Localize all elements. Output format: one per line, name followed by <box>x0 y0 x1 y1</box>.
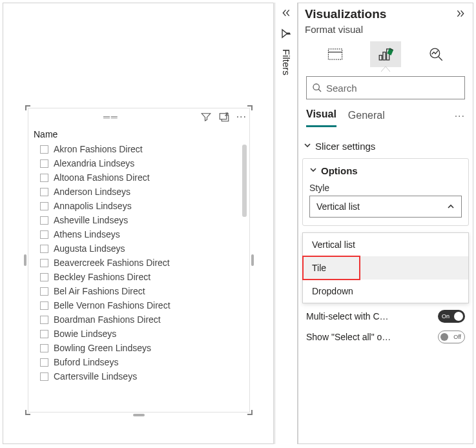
slicer-item-label: Beavercreek Fashions Direct <box>54 258 170 268</box>
visualizations-title: Visualizations <box>305 7 386 21</box>
checkbox[interactable] <box>40 330 48 338</box>
checkbox[interactable] <box>40 344 48 352</box>
checkbox[interactable] <box>40 358 48 367</box>
drag-handle-icon[interactable]: ══ <box>28 112 194 122</box>
slicer-item-label: Annapolis Lindseys <box>54 201 132 211</box>
build-visual-button[interactable] <box>320 41 351 67</box>
checkbox[interactable] <box>40 372 48 381</box>
checkbox[interactable] <box>40 159 48 168</box>
style-option-tile[interactable]: Tile <box>303 256 468 280</box>
multi-select-toggle[interactable]: On <box>438 310 465 323</box>
resize-handle-left[interactable] <box>24 254 26 266</box>
search-input[interactable]: Search <box>306 76 465 99</box>
slicer-visual[interactable]: ══ ··· Name Akron Fashions DirectAlexand… <box>25 105 253 415</box>
checkbox[interactable] <box>40 245 48 253</box>
chevron-right-icon[interactable] <box>455 8 466 21</box>
report-canvas[interactable]: ══ ··· Name Akron Fashions DirectAlexand… <box>3 3 274 444</box>
slicer-item[interactable]: Alexandria Lindseys <box>28 156 249 170</box>
checkbox[interactable] <box>40 287 48 296</box>
chevron-up-icon <box>447 203 455 210</box>
svg-point-7 <box>313 84 319 90</box>
slicer-item[interactable]: Anderson Lindseys <box>28 185 249 199</box>
format-tabs: Visual General ··· <box>298 106 473 128</box>
filter-icon[interactable] <box>200 111 212 123</box>
slicer-item[interactable]: Altoona Fashions Direct <box>28 170 249 185</box>
slicer-item-label: Akron Fashions Direct <box>54 144 143 154</box>
search-placeholder: Search <box>326 83 357 94</box>
slicer-item[interactable]: Boardman Fashions Direct <box>28 312 249 327</box>
active-tab-indicator-icon <box>381 66 390 72</box>
slicer-item[interactable]: Bowie Lindseys <box>28 327 249 341</box>
slicer-item[interactable]: Bel Air Fashions Direct <box>28 284 249 298</box>
checkbox[interactable] <box>40 301 48 310</box>
tabs-more-icon[interactable]: ··· <box>455 110 465 126</box>
style-option-vertical-list[interactable]: Vertical list <box>303 233 468 256</box>
style-option-dropdown[interactable]: Dropdown <box>303 280 468 303</box>
tab-visual[interactable]: Visual <box>306 108 336 127</box>
checkbox[interactable] <box>40 230 48 239</box>
slicer-item-label: Cartersville Lindseys <box>54 371 137 382</box>
style-field-label: Style <box>309 183 462 196</box>
checkbox[interactable] <box>40 145 48 154</box>
checkbox[interactable] <box>40 316 48 324</box>
checkbox[interactable] <box>40 202 48 210</box>
filters-pane-collapsed[interactable]: Filters <box>274 3 298 444</box>
slicer-item[interactable]: Bowling Green Lindseys <box>28 341 249 355</box>
options-label: Options <box>321 165 358 176</box>
slicer-item[interactable]: Athens Lindseys <box>28 227 249 241</box>
slicer-item[interactable]: Belle Vernon Fashions Direct <box>28 298 249 312</box>
slicer-item[interactable]: Buford Lindseys <box>28 355 249 369</box>
checkbox[interactable] <box>40 188 48 196</box>
options-card: Options Style Vertical list <box>302 158 469 226</box>
resize-handle-right[interactable] <box>251 254 254 266</box>
chevron-down-icon <box>304 141 311 151</box>
scrollbar-thumb[interactable] <box>242 145 247 217</box>
focus-mode-icon[interactable] <box>218 111 230 123</box>
slicer-item[interactable]: Asheville Lindseys <box>28 213 249 227</box>
analytics-button[interactable] <box>420 41 451 67</box>
style-dropdown[interactable]: Vertical list <box>309 196 462 218</box>
slicer-item-label: Buford Lindseys <box>54 357 118 367</box>
slicer-item-label: Bowling Green Lindseys <box>54 343 151 353</box>
chevron-left-icon[interactable] <box>280 8 292 20</box>
slicer-item-label: Bowie Lindseys <box>54 329 116 339</box>
slicer-item[interactable]: Akron Fashions Direct <box>28 142 249 156</box>
tab-general[interactable]: General <box>348 110 385 127</box>
style-selected-value: Vertical list <box>316 201 360 212</box>
more-options-icon[interactable]: ··· <box>236 112 247 122</box>
slicer-item-label: Asheville Lindseys <box>54 215 128 225</box>
slicer-item[interactable]: Annapolis Lindseys <box>28 199 249 213</box>
resize-handle-bottom[interactable] <box>133 414 145 416</box>
toggle-knob <box>454 312 463 321</box>
slicer-settings-section[interactable]: Slicer settings <box>298 128 473 158</box>
multi-select-label: Multi-select with C… <box>306 311 389 321</box>
slicer-item-label: Augusta Lindseys <box>54 243 125 254</box>
options-header[interactable]: Options <box>309 165 462 183</box>
chevron-down-icon <box>309 166 317 176</box>
filter-pane-icon <box>280 28 292 41</box>
search-icon <box>312 83 322 93</box>
slicer-item[interactable]: Cartersville Lindseys <box>28 369 249 383</box>
slicer-item-label: Alexandria Lindseys <box>54 158 134 168</box>
slicer-title: Name <box>28 125 249 142</box>
toggle-knob <box>440 333 448 341</box>
slicer-item-label: Altoona Fashions Direct <box>54 172 150 183</box>
svg-rect-3 <box>379 56 382 60</box>
slicer-item-list[interactable]: Akron Fashions DirectAlexandria Lindseys… <box>28 142 249 411</box>
select-all-toggle[interactable]: Off <box>438 331 465 343</box>
svg-rect-4 <box>383 52 386 60</box>
slicer-item-label: Belle Vernon Fashions Direct <box>54 300 171 311</box>
slicer-item-label: Beckley Fashions Direct <box>54 272 150 282</box>
slicer-item[interactable]: Beckley Fashions Direct <box>28 270 249 284</box>
slicer-item-label: Bel Air Fashions Direct <box>54 286 145 296</box>
slicer-item[interactable]: Beavercreek Fashions Direct <box>28 256 249 270</box>
checkbox[interactable] <box>40 259 48 267</box>
visualizations-pane: Visualizations Format visual <box>298 3 473 444</box>
slicer-item[interactable]: Augusta Lindseys <box>28 241 249 256</box>
checkbox[interactable] <box>40 216 48 225</box>
checkbox[interactable] <box>40 174 48 182</box>
checkbox[interactable] <box>40 273 48 281</box>
toggle-on-text: On <box>442 313 450 320</box>
format-visual-button[interactable] <box>370 41 401 67</box>
style-dropdown-menu: Vertical listTileDropdown <box>302 232 469 303</box>
